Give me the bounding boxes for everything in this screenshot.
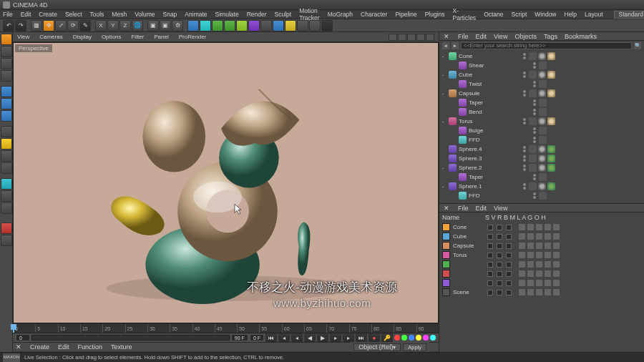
workplane-mode-button[interactable] [1, 70, 12, 82]
layer-flag-check[interactable] [506, 290, 512, 295]
layer-opt-icon[interactable] [527, 289, 534, 295]
polygons-mode-button[interactable] [1, 110, 12, 122]
axis-z-toggle[interactable]: Z [119, 20, 131, 31]
apply-button[interactable]: Apply [403, 343, 426, 351]
tree-row-shear[interactable]: Shear [439, 61, 644, 70]
layer-opt-icon[interactable] [545, 261, 551, 268]
tag-dot-icon[interactable] [538, 164, 546, 172]
tag-dot-icon[interactable] [538, 145, 546, 153]
menu-animate[interactable]: Animate [185, 11, 207, 18]
tree-toggle-icon[interactable]: - [442, 54, 449, 59]
end-frame-field[interactable]: 90 F [231, 334, 248, 341]
menu-plugins[interactable]: Plugins [425, 11, 445, 18]
view-config-4[interactable] [416, 34, 425, 41]
primitive-cube-button[interactable] [187, 20, 199, 31]
layer-flag-check[interactable] [497, 280, 502, 286]
axis-x-toggle[interactable]: X [95, 20, 107, 31]
tag-eye-icon[interactable] [529, 164, 537, 172]
layer-opt-icon[interactable] [545, 252, 551, 258]
tree-toggle-icon[interactable]: - [442, 165, 449, 170]
generator-extrude-button[interactable] [236, 20, 248, 31]
tag-dot3-icon[interactable] [547, 52, 555, 60]
search-go-icon[interactable]: 🔍 [634, 42, 641, 49]
tree-row-ffd[interactable]: FFD [439, 135, 644, 145]
field-button[interactable] [309, 20, 321, 31]
tag-dot-icon[interactable] [538, 155, 546, 162]
tag-dot2-icon[interactable] [547, 164, 555, 172]
layer-opt-icon[interactable] [519, 224, 525, 230]
layer-color-swatch[interactable] [442, 242, 450, 250]
layer-opt-icon[interactable] [553, 233, 560, 240]
menu-octane[interactable]: Octane [484, 11, 503, 18]
attr-tab-edit[interactable]: Edit [476, 205, 487, 212]
obj-tab-tags[interactable]: Tags [544, 33, 557, 40]
undo-button[interactable]: ↶ [3, 20, 14, 31]
view-config-1[interactable] [389, 34, 397, 41]
layer-row[interactable] [439, 269, 644, 278]
menu-script[interactable]: Script [512, 11, 527, 18]
visibility-dots[interactable] [523, 90, 526, 97]
view-menu-cameras[interactable]: Cameras [39, 34, 62, 40]
mat-tab-function[interactable]: Function [78, 343, 103, 351]
search-prev-icon[interactable]: ◂ [442, 42, 449, 49]
obj-tab-edit[interactable]: Edit [476, 33, 487, 40]
tag-dot-icon[interactable] [538, 117, 546, 125]
menu-pipeline[interactable]: Pipeline [395, 11, 416, 18]
layer-color-swatch[interactable] [442, 223, 450, 231]
layer-flag-check[interactable] [497, 262, 502, 268]
layer-opt-icon[interactable] [536, 289, 542, 295]
view-config-2[interactable] [398, 34, 406, 41]
layer-opt-icon[interactable] [527, 233, 534, 240]
octane-live-button[interactable] [1, 222, 12, 234]
obj-tab-objects[interactable]: Objects [514, 33, 537, 40]
render-view-button[interactable]: ▣ [147, 20, 159, 31]
layer-opt-icon[interactable] [536, 270, 542, 277]
obj-tab-file[interactable]: File [458, 33, 469, 40]
visibility-dots[interactable] [533, 62, 536, 69]
menu-render[interactable]: Render [247, 11, 267, 18]
layer-opt-icon[interactable] [553, 224, 560, 230]
view-toggle[interactable] [426, 34, 434, 41]
tag-dot3-icon[interactable] [547, 117, 555, 125]
search-next-icon[interactable]: ▸ [452, 42, 459, 49]
planar-workplane-button[interactable] [1, 202, 12, 214]
tree-row-taper[interactable]: Taper [439, 98, 644, 107]
snap-enable-button[interactable] [1, 150, 12, 162]
layer-flag-check[interactable] [487, 243, 493, 249]
tag-dot-icon[interactable] [538, 52, 546, 60]
mat-tab-edit[interactable]: Edit [58, 343, 69, 351]
obj-tab-view[interactable]: View [494, 33, 507, 40]
view-menu-options[interactable]: Options [102, 34, 122, 40]
tree-row-ffd[interactable]: FFD [439, 191, 644, 200]
tag-eye-icon[interactable] [529, 155, 537, 162]
layer-flag-check[interactable] [506, 271, 512, 277]
obj-tab-bookmarks[interactable]: Bookmarks [565, 33, 597, 40]
viewport-solo-button[interactable] [1, 138, 12, 150]
environment-floor-button[interactable] [260, 20, 272, 31]
layer-row[interactable]: Cone [439, 222, 644, 232]
render-settings-button[interactable]: ⚙ [172, 20, 183, 31]
layer-opt-icon[interactable] [527, 224, 534, 230]
layer-row[interactable] [439, 278, 644, 288]
layer-opt-icon[interactable] [527, 261, 534, 268]
layer-row[interactable]: Torus [439, 250, 644, 260]
visibility-dots[interactable] [523, 53, 526, 59]
menu-volume[interactable]: Volume [135, 11, 155, 18]
model-mode-button[interactable] [1, 46, 12, 57]
viewport[interactable]: Perspective [13, 42, 439, 323]
layer-opt-icon[interactable] [553, 280, 560, 286]
rotate-tool[interactable]: ⟳ [67, 20, 79, 31]
move-tool[interactable]: ✥ [43, 20, 54, 31]
menu-sculpt[interactable]: Sculpt [275, 11, 292, 18]
layer-opt-icon[interactable] [519, 252, 525, 258]
spline-pen-button[interactable] [200, 20, 211, 31]
tag-dot-icon[interactable] [538, 182, 546, 190]
tag-dot2-icon[interactable] [547, 145, 555, 153]
tree-toggle-icon[interactable]: - [442, 91, 449, 96]
menu-create[interactable]: Create [39, 11, 57, 18]
layer-opt-icon[interactable] [536, 243, 542, 249]
coord-system[interactable]: 🌐 [132, 20, 143, 31]
view-menu-view[interactable]: View [17, 34, 29, 40]
layer-color-swatch[interactable] [442, 270, 450, 278]
layer-opt-icon[interactable] [553, 243, 560, 249]
